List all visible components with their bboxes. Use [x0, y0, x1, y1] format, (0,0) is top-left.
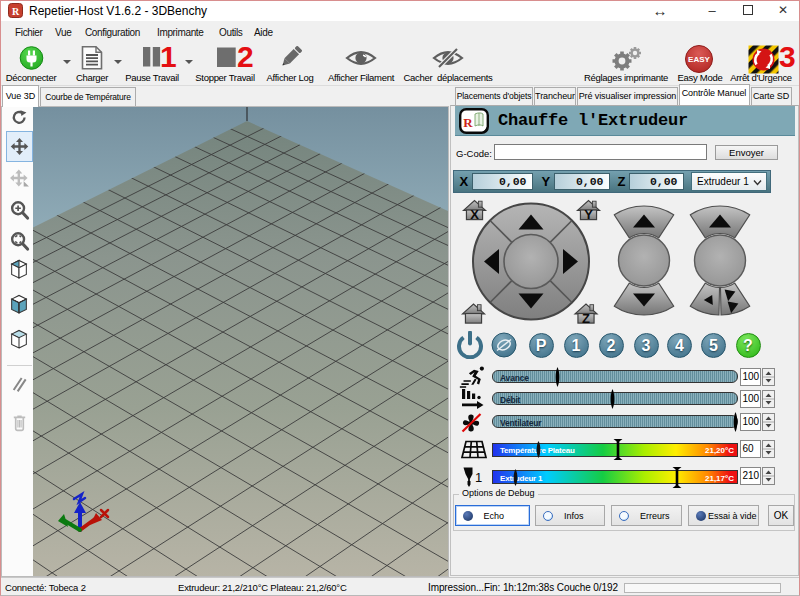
svg-text:1: 1 [475, 470, 482, 485]
svg-text:X: X [470, 207, 479, 222]
svg-text:R: R [463, 115, 473, 130]
svg-text:Z: Z [582, 311, 590, 326]
svg-text:R: R [12, 6, 20, 17]
svg-text:EASY: EASY [688, 55, 710, 64]
svg-text:Y: Y [584, 207, 593, 222]
